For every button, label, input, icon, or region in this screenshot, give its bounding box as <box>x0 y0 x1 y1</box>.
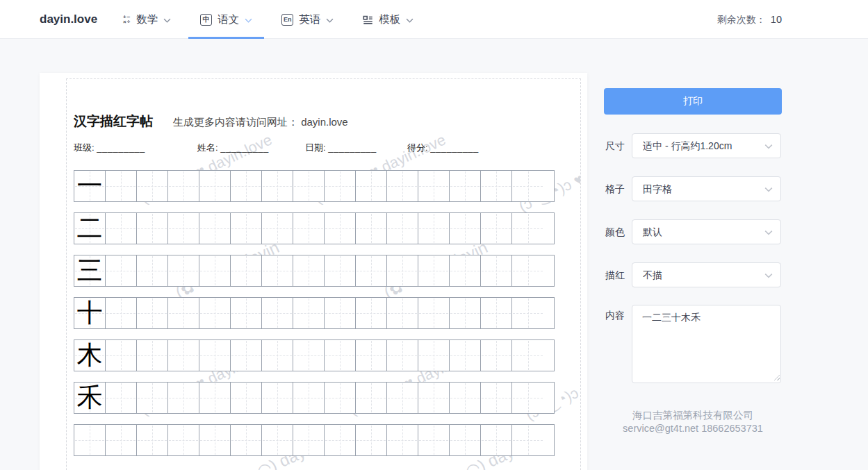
field-row-尺寸: 尺寸适中 - 行高约1.20cm <box>604 133 782 158</box>
select-描红[interactable]: 不描 <box>632 262 781 287</box>
tian-grid-cell <box>231 213 262 244</box>
info-label: 日期: <box>305 142 326 153</box>
chinese-icon: 中 <box>200 14 212 26</box>
field-label: 尺寸 <box>605 133 625 158</box>
sheet-title-row: 汉字描红字帖 生成更多内容请访问网址： dayin.love <box>74 112 348 131</box>
tian-grid-cell <box>231 171 262 201</box>
tian-grid-cell <box>512 255 543 286</box>
tian-grid-cell <box>231 255 262 286</box>
tian-grid-cell <box>356 213 387 244</box>
grid-row: 十 <box>74 297 555 329</box>
content-textarea[interactable]: 一二三十木禾 <box>632 305 781 383</box>
tian-grid-cell <box>325 425 356 455</box>
tian-grid-cell <box>418 298 450 328</box>
tian-grid-cell <box>356 425 387 455</box>
tian-grid-cell <box>418 171 450 201</box>
remaining-label: 剩余次数： <box>717 14 766 25</box>
tian-grid-cell <box>450 340 481 371</box>
tian-grid-cell <box>168 383 199 413</box>
tian-grid-cell <box>481 340 512 371</box>
tian-grid-cell <box>481 298 512 328</box>
tian-grid-cell <box>199 171 231 201</box>
info-blank-line: _________ <box>430 142 479 153</box>
tian-grid-cell <box>168 255 199 286</box>
tian-grid-cell <box>450 255 481 286</box>
tian-grid-cell <box>262 340 293 371</box>
worksheet-card: (ɔ◔‿◔)ɔ ♥ dayin.love(ɔ◔‿◔)ɔ ♥ dayin.love… <box>40 73 587 470</box>
tian-grid-cell <box>481 171 512 201</box>
practice-character: 十 <box>74 298 105 328</box>
field-label: 格子 <box>605 176 625 201</box>
company-name: 海口吉第福第科技有限公司 <box>562 409 824 422</box>
practice-character: 木 <box>74 340 105 371</box>
select-颜色[interactable]: 默认 <box>632 219 781 244</box>
tian-grid-cell <box>356 383 387 413</box>
practice-character: 一 <box>74 171 105 201</box>
practice-character: 三 <box>74 255 105 286</box>
tian-grid-cell <box>168 213 199 244</box>
tian-grid-cell <box>137 425 168 455</box>
select-value: 适中 - 行高约1.20cm <box>643 134 732 158</box>
practice-character: 禾 <box>74 383 105 413</box>
tian-grid-cell <box>137 213 168 244</box>
brand-logo: dayin.love <box>40 0 97 39</box>
tian-grid-cell <box>418 383 450 413</box>
tian-grid-cell <box>325 383 356 413</box>
tian-grid-cell <box>199 213 231 244</box>
tab-英语[interactable]: En英语 <box>270 0 345 39</box>
select-尺寸[interactable]: 适中 - 行高约1.20cm <box>632 133 781 158</box>
tian-grid-cell <box>356 298 387 328</box>
tab-语文[interactable]: 中语文 <box>188 0 264 39</box>
tian-grid-cell <box>199 340 231 371</box>
tab-label: 英语 <box>299 12 320 27</box>
tab-label: 语文 <box>218 12 239 27</box>
info-label: 班级: <box>74 142 95 153</box>
tian-grid-cell <box>325 298 356 328</box>
tian-grid-cell <box>106 425 137 455</box>
tian-grid-cell <box>450 171 481 201</box>
tian-grid-cell <box>356 340 387 371</box>
field-row-描红: 描红不描 <box>604 262 782 287</box>
tian-grid-cell <box>293 425 325 455</box>
tab-数学[interactable]: +−×÷数学 <box>111 0 183 39</box>
tian-grid-cell <box>106 255 137 286</box>
tian-grid-cell <box>512 213 543 244</box>
content-label: 内容 <box>605 310 625 322</box>
tab-模板[interactable]: 模板 <box>351 0 425 39</box>
tian-grid-cell <box>325 255 356 286</box>
chevron-down-icon <box>326 18 334 23</box>
info-field: 班级: _________ <box>74 142 145 154</box>
select-value: 不描 <box>643 263 662 287</box>
tian-grid-cell <box>450 383 481 413</box>
tian-grid-cell <box>231 298 262 328</box>
tian-grid-cell <box>231 425 262 455</box>
info-field: 得分: _________ <box>407 142 479 154</box>
tian-grid-cell <box>387 171 418 201</box>
tian-grid-cell <box>293 171 325 201</box>
tian-grid-cell <box>199 425 231 455</box>
print-button[interactable]: 打印 <box>604 88 782 115</box>
tian-grid-cell <box>168 171 199 201</box>
info-blank-line: _________ <box>97 142 145 153</box>
tian-grid-cell <box>387 383 418 413</box>
nav-tabs: +−×÷数学中语文En英语模板 <box>111 0 425 39</box>
select-格子[interactable]: 田字格 <box>632 176 781 201</box>
page: dayin.love +−×÷数学中语文En英语模板 剩余次数：10 (ɔ◔‿◔… <box>0 0 868 470</box>
tian-grid-cell <box>168 340 199 371</box>
info-blank-line: _________ <box>220 142 269 153</box>
chevron-down-icon <box>406 18 413 23</box>
info-label: 得分: <box>407 142 428 153</box>
grid-row <box>74 424 555 456</box>
tian-grid-cell <box>199 383 231 413</box>
tian-grid-cell <box>387 298 418 328</box>
template-icon <box>363 15 373 25</box>
tian-grid-cell <box>356 171 387 201</box>
sheet-info-row: 班级: _________姓名: _________日期: _________得… <box>74 142 560 154</box>
tian-grid-cell: 木 <box>74 340 106 371</box>
tian-grid-cell <box>481 255 512 286</box>
grid-row: 木 <box>74 339 555 371</box>
tian-grid-cell <box>512 425 543 455</box>
chevron-down-icon <box>764 273 773 278</box>
tian-grid-cell: 一 <box>74 171 106 201</box>
tian-grid-cell <box>262 213 293 244</box>
